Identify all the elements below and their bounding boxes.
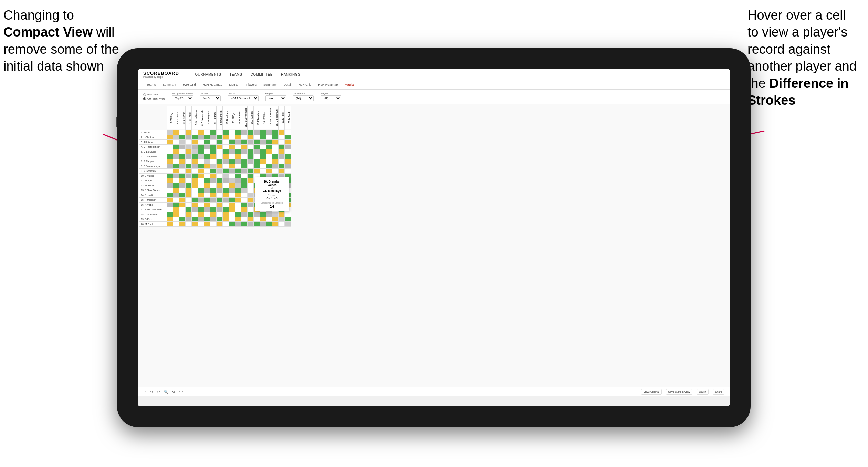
matrix-cell[interactable] bbox=[254, 212, 260, 217]
matrix-cell[interactable] bbox=[223, 139, 229, 144]
matrix-cell[interactable] bbox=[210, 212, 217, 217]
matrix-cell[interactable] bbox=[229, 149, 235, 154]
matrix-cell[interactable] bbox=[272, 221, 279, 226]
matrix-cell[interactable] bbox=[241, 217, 248, 221]
tab-detail[interactable]: Detail bbox=[280, 81, 295, 89]
info-icon[interactable]: ⓘ bbox=[179, 389, 183, 394]
matrix-cell[interactable] bbox=[272, 212, 279, 217]
matrix-cell[interactable] bbox=[229, 168, 235, 173]
matrix-cell[interactable] bbox=[254, 154, 260, 159]
matrix-cell[interactable] bbox=[192, 221, 198, 226]
matrix-cell[interactable] bbox=[167, 154, 173, 159]
matrix-cell[interactable] bbox=[260, 149, 266, 154]
matrix-cell[interactable] bbox=[235, 193, 241, 197]
matrix-cell[interactable] bbox=[217, 159, 223, 164]
matrix-cell[interactable] bbox=[285, 144, 291, 149]
matrix-cell[interactable] bbox=[217, 212, 223, 217]
matrix-cell[interactable] bbox=[266, 135, 272, 139]
matrix-cell[interactable] bbox=[210, 202, 217, 207]
matrix-cell[interactable] bbox=[204, 183, 210, 188]
matrix-cell[interactable] bbox=[235, 159, 241, 164]
matrix-cell[interactable] bbox=[204, 130, 210, 135]
matrix-cell[interactable] bbox=[223, 212, 229, 217]
matrix-cell[interactable] bbox=[248, 221, 254, 226]
matrix-cell[interactable] bbox=[260, 159, 266, 164]
matrix-cell[interactable] bbox=[210, 149, 217, 154]
matrix-cell[interactable] bbox=[210, 168, 217, 173]
matrix-cell[interactable] bbox=[210, 217, 217, 221]
matrix-cell[interactable] bbox=[186, 212, 192, 217]
matrix-cell[interactable] bbox=[248, 207, 254, 212]
players-select[interactable]: (All) bbox=[321, 95, 341, 101]
matrix-cell[interactable] bbox=[192, 188, 198, 193]
tab-summary-2[interactable]: Summary bbox=[260, 81, 280, 89]
matrix-cell[interactable] bbox=[179, 173, 186, 178]
matrix-cell[interactable] bbox=[241, 149, 248, 154]
matrix-cell[interactable] bbox=[210, 154, 217, 159]
matrix-cell[interactable] bbox=[173, 173, 179, 178]
matrix-cell[interactable] bbox=[186, 168, 192, 173]
matrix-cell[interactable] bbox=[217, 197, 223, 202]
matrix-cell[interactable] bbox=[279, 149, 285, 154]
matrix-cell[interactable] bbox=[186, 178, 192, 183]
conference-select[interactable]: (All) bbox=[293, 95, 314, 101]
matrix-cell[interactable] bbox=[229, 154, 235, 159]
matrix-cell[interactable] bbox=[192, 178, 198, 183]
matrix-cell[interactable] bbox=[179, 202, 186, 207]
matrix-cell[interactable] bbox=[223, 197, 229, 202]
matrix-cell[interactable] bbox=[217, 139, 223, 144]
matrix-cell[interactable] bbox=[179, 183, 186, 188]
matrix-cell[interactable] bbox=[229, 202, 235, 207]
compact-view-option[interactable]: Compact View bbox=[143, 97, 165, 100]
matrix-cell[interactable] bbox=[210, 178, 217, 183]
matrix-cell[interactable] bbox=[260, 144, 266, 149]
matrix-cell[interactable] bbox=[260, 221, 266, 226]
max-players-select[interactable]: Top 25 bbox=[172, 95, 193, 101]
matrix-cell[interactable] bbox=[223, 135, 229, 139]
matrix-cell[interactable] bbox=[192, 183, 198, 188]
matrix-cell[interactable] bbox=[217, 193, 223, 197]
share-btn[interactable]: Share bbox=[713, 389, 724, 395]
matrix-cell[interactable] bbox=[235, 202, 241, 207]
nav-rankings[interactable]: RANKINGS bbox=[281, 73, 300, 76]
division-select[interactable]: NCAA Division I bbox=[228, 95, 259, 101]
matrix-cell[interactable] bbox=[210, 221, 217, 226]
matrix-cell[interactable] bbox=[204, 135, 210, 139]
matrix-cell[interactable] bbox=[173, 135, 179, 139]
matrix-cell[interactable] bbox=[167, 188, 173, 193]
matrix-cell[interactable] bbox=[186, 164, 192, 168]
matrix-cell[interactable] bbox=[198, 149, 204, 154]
matrix-cell[interactable] bbox=[204, 212, 210, 217]
matrix-cell[interactable] bbox=[179, 188, 186, 193]
matrix-cell[interactable] bbox=[173, 164, 179, 168]
matrix-cell[interactable] bbox=[179, 135, 186, 139]
matrix-cell[interactable] bbox=[248, 212, 254, 217]
matrix-cell[interactable] bbox=[179, 178, 186, 183]
matrix-cell[interactable] bbox=[198, 164, 204, 168]
matrix-cell[interactable] bbox=[223, 144, 229, 149]
matrix-cell[interactable] bbox=[204, 173, 210, 178]
matrix-cell[interactable] bbox=[266, 159, 272, 164]
matrix-cell[interactable] bbox=[260, 130, 266, 135]
matrix-cell[interactable] bbox=[223, 178, 229, 183]
matrix-cell[interactable] bbox=[217, 207, 223, 212]
matrix-cell[interactable] bbox=[198, 178, 204, 183]
matrix-cell[interactable] bbox=[266, 139, 272, 144]
matrix-cell[interactable] bbox=[192, 207, 198, 212]
matrix-cell[interactable] bbox=[229, 221, 235, 226]
matrix-cell[interactable] bbox=[260, 212, 266, 217]
matrix-cell[interactable] bbox=[279, 164, 285, 168]
matrix-cell[interactable] bbox=[241, 154, 248, 159]
matrix-cell[interactable] bbox=[229, 144, 235, 149]
matrix-cell[interactable] bbox=[167, 144, 173, 149]
matrix-cell[interactable] bbox=[272, 168, 279, 173]
matrix-cell[interactable] bbox=[248, 168, 254, 173]
matrix-cell[interactable] bbox=[272, 159, 279, 164]
matrix-cell[interactable] bbox=[285, 149, 291, 154]
matrix-cell[interactable] bbox=[198, 193, 204, 197]
matrix-cell[interactable] bbox=[210, 135, 217, 139]
matrix-cell[interactable] bbox=[217, 217, 223, 221]
matrix-cell[interactable] bbox=[173, 144, 179, 149]
matrix-cell[interactable] bbox=[217, 221, 223, 226]
matrix-cell[interactable] bbox=[198, 135, 204, 139]
